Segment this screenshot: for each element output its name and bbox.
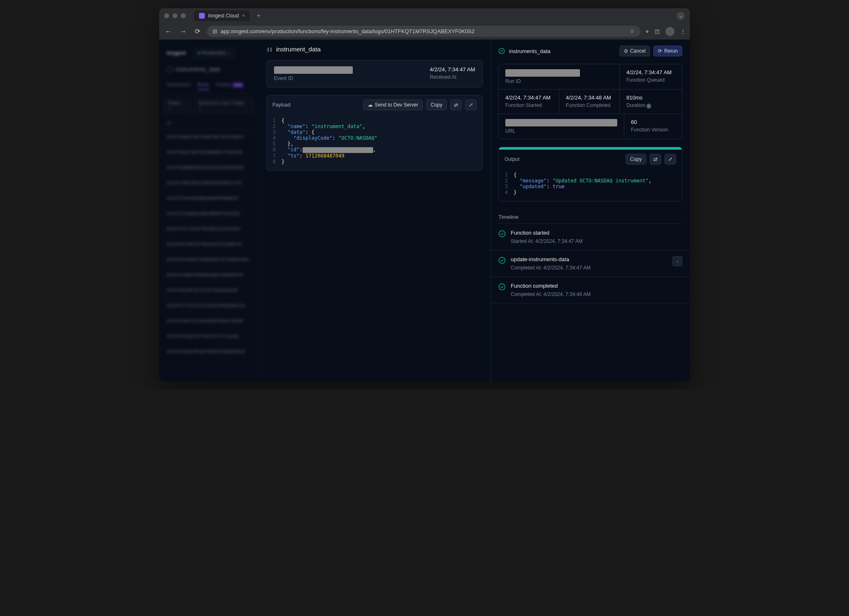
check-circle-icon xyxy=(498,257,506,264)
list-item[interactable]: 01HTFEG3FUF7FZJF7EASKN3JR xyxy=(163,283,254,298)
url-text: app.inngest.com/env/production/functions… xyxy=(221,28,475,34)
timeline-item-sub: Started At: 4/2/2024, 7:34:47 AM xyxy=(511,238,682,244)
tab-runs[interactable]: Runs xyxy=(198,80,209,90)
list-item[interactable]: 01HTFCW27CZ2K3AZM75QEYNH8F xyxy=(163,313,254,329)
copy-output-button[interactable]: Copy xyxy=(626,154,646,165)
received-at-label: Received At xyxy=(430,74,475,80)
wrap-lines-button[interactable]: ⇄ xyxy=(450,99,462,110)
list-item[interactable]: 01HTFHYWF32T58XHGTG19SBT6J xyxy=(163,237,254,252)
breadcrumb-text: instruments_data xyxy=(176,66,220,73)
payload-code: 1{ 2 "name": "instrument_data", 3 "data"… xyxy=(267,114,483,170)
breadcrumb-icon xyxy=(167,66,172,72)
forward-button[interactable]: → xyxy=(178,26,188,37)
menu-icon[interactable]: ⋮ xyxy=(680,28,686,34)
output-card: Output Copy ⇄ ⤢ 1{ 2 "message": "Updated… xyxy=(498,147,682,201)
expand-payload-button[interactable]: ⤢ xyxy=(465,99,477,110)
completed-at-value: 4/2/24, 7:34:48 AM xyxy=(566,95,613,101)
payload-card: Payload ☁Send to Dev Server Copy ⇄ ⤢ 1{ … xyxy=(266,95,483,171)
payload-id-redacted xyxy=(303,147,373,153)
close-tab-icon[interactable]: × xyxy=(242,13,245,19)
expand-output-button[interactable]: ⤢ xyxy=(665,154,676,165)
list-item[interactable]: 01HTFJ3B1P8Z7EWGK5Z086UYCB xyxy=(163,175,254,191)
sidebar-tabs: Dashboard Runs ReplayNew xyxy=(163,77,254,94)
list-item[interactable]: 01HTFJ1C7FHF7RVN0S1G3YD253 xyxy=(163,221,254,237)
list-item[interactable]: 01HTFJ1HHVE0BQ48AP4DM0E9T xyxy=(163,191,254,206)
event-panel: ⦉⦉ instrument_data Event ID 4/2/24, 7:34… xyxy=(259,40,491,381)
timeline-list: Function started Started At: 4/2/2024, 7… xyxy=(491,224,690,303)
list-item[interactable]: 01HTFKMBPMDGZAJ4AGD4KD3A02 xyxy=(163,160,254,175)
send-dev-server-button[interactable]: ☁Send to Dev Server xyxy=(363,99,423,110)
browser-tab[interactable]: Inngest Cloud × xyxy=(194,10,250,21)
breadcrumb: instruments_data xyxy=(163,62,254,77)
run-id-value xyxy=(505,69,580,77)
cancel-button[interactable]: ⊘Cancel xyxy=(619,46,650,56)
cloud-icon: ☁ xyxy=(368,102,373,108)
url-label: URL xyxy=(505,128,617,134)
close-window[interactable] xyxy=(164,13,169,18)
url-bar[interactable]: ⊟ app.inngest.com/env/production/functio… xyxy=(207,26,640,37)
filter-range[interactable]: Queued in Last 3 Days ⌄ xyxy=(194,98,254,113)
output-label: Output xyxy=(505,156,622,162)
version-value: 60 xyxy=(631,119,680,125)
sidepanel-icon[interactable]: ◫ xyxy=(655,28,660,34)
tab-dashboard[interactable]: Dashboard xyxy=(167,80,191,90)
copy-payload-button[interactable]: Copy xyxy=(426,99,447,110)
url-value xyxy=(505,119,617,126)
extensions-icon[interactable]: ⋄ xyxy=(645,28,649,34)
timeline-item-sub: Completed At: 4/2/2024, 7:34:47 AM xyxy=(511,265,667,271)
wrap-output-button[interactable]: ⇄ xyxy=(650,154,661,165)
event-meta-card: Event ID 4/2/24, 7:34:47 AM Received At xyxy=(266,60,483,87)
bookmark-icon[interactable]: ☆ xyxy=(630,28,635,34)
site-info-icon[interactable]: ⊟ xyxy=(213,28,217,34)
event-id-value xyxy=(274,66,353,74)
traffic-lights xyxy=(164,13,186,18)
rerun-button[interactable]: ⟳Rerun xyxy=(653,46,682,56)
svg-point-2 xyxy=(499,257,505,263)
new-badge: New xyxy=(232,82,244,87)
browser-toolbar: ← → ⟳ ⊟ app.inngest.com/env/production/f… xyxy=(159,23,690,40)
list-item[interactable]: 01HTFKQT1M7RSJQABEXYF0K0S2 xyxy=(163,145,254,160)
app-sidebar: inngest Production ⌄ instruments_data Da… xyxy=(159,40,259,381)
run-panel: instruments_data ⊘Cancel ⟳Rerun Run ID 4… xyxy=(491,40,690,381)
back-button[interactable]: ← xyxy=(163,26,173,37)
svg-point-3 xyxy=(499,284,505,290)
brand: inngest Production ⌄ xyxy=(163,44,254,62)
run-meta-card: Run ID 4/2/24, 7:34:47 AM Function Queue… xyxy=(498,64,682,139)
timeline-item-title: Function completed xyxy=(511,283,682,289)
rerun-icon: ⟳ xyxy=(658,48,662,54)
timeline-title: Timeline xyxy=(491,207,690,223)
expand-step-button[interactable]: ⌄ xyxy=(672,256,682,266)
duration-label: Durationi xyxy=(626,102,675,109)
env-selector[interactable]: Production ⌄ xyxy=(193,47,235,58)
list-item[interactable]: 01HTFCYYZGYGYGDKJVPBZNKXCZ xyxy=(163,298,254,313)
list-item[interactable]: 01HTFCSQ07ZYVNZVC7VT1Z4K8 xyxy=(163,329,254,344)
event-id-label: Event ID xyxy=(274,75,413,81)
list-item[interactable]: 01HTFCRSK4PQPOR6FZR3MQN4X8 xyxy=(163,344,254,359)
list-header: ID xyxy=(163,117,254,129)
started-at-label: Function Started xyxy=(505,102,552,108)
run-id-label: Run ID xyxy=(505,78,613,84)
profile-avatar[interactable] xyxy=(665,27,674,36)
info-icon[interactable]: i xyxy=(646,104,651,109)
run-title: instruments_data xyxy=(509,48,551,54)
new-tab-button[interactable]: + xyxy=(257,12,260,19)
event-back-icon[interactable]: ⦉⦉ xyxy=(266,46,272,53)
list-item[interactable]: 01HTFHXGRDCWNHGWY6TSNAVGRC xyxy=(163,252,254,267)
list-item[interactable]: 01HTFG38KPQ5R9E4A81GBRAR1N xyxy=(163,267,254,283)
list-item[interactable]: 01HTFJ1DA8Q2385JWNHTESQ2Q xyxy=(163,206,254,221)
payload-label: Payload xyxy=(272,102,360,108)
reload-button[interactable]: ⟳ xyxy=(193,26,202,37)
filter-status[interactable]: Status ⌄ xyxy=(163,98,190,113)
timeline-item-title: update-instruments-data xyxy=(511,256,667,262)
check-circle-icon xyxy=(498,283,506,291)
list-item[interactable]: 01HTFN96XV6CXWB7657W7E3WDY xyxy=(163,129,254,145)
maximize-window[interactable] xyxy=(181,13,186,18)
minimize-window[interactable] xyxy=(172,13,177,18)
tabs-overflow-button[interactable]: ⌄ xyxy=(677,12,685,20)
tab-replay[interactable]: ReplayNew xyxy=(216,80,244,90)
duration-value: 810ms xyxy=(626,95,675,101)
version-label: Function Version xyxy=(631,127,680,133)
output-code: 1{ 2 "message": "Updated OCTO:NASDAQ ins… xyxy=(499,169,682,201)
timeline-item: Function started Started At: 4/2/2024, 7… xyxy=(491,224,690,250)
brand-text: inngest xyxy=(167,50,186,56)
